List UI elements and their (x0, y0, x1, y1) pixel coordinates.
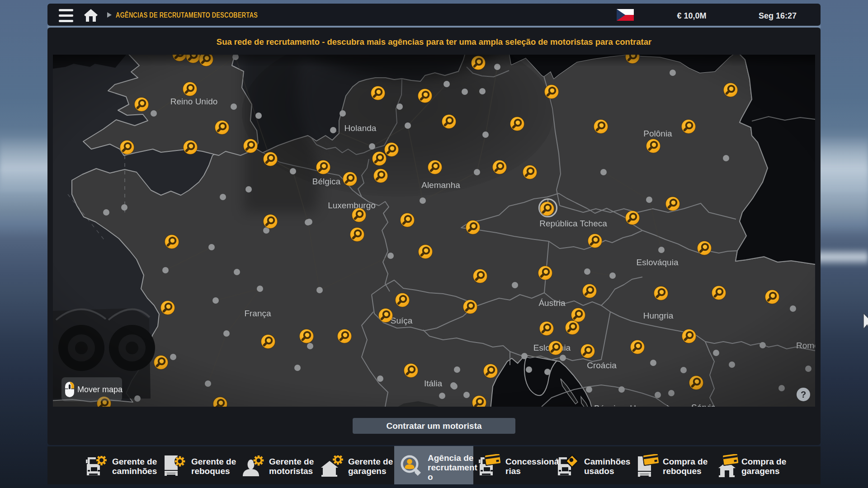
svg-text:Bósnia e Herzegovina: Bósnia e Herzegovina (594, 404, 678, 407)
svg-text:Sérvia: Sérvia (691, 403, 716, 407)
